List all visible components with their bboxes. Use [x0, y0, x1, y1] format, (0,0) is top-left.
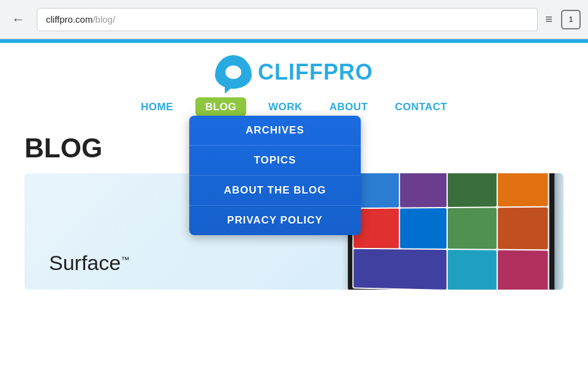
tile-3 [448, 173, 496, 207]
tile-7 [448, 208, 496, 249]
logo-text[interactable]: CLIFFPRO [258, 59, 373, 85]
url-path: /blog/ [92, 14, 115, 24]
tile-8 [497, 208, 548, 249]
dropdown-item-privacy-policy[interactable]: PRIVACY POLICY [189, 206, 361, 235]
surface-brand-text: Surface™ [49, 251, 129, 275]
site-content: CLIFFPRO HOME BLOG ARCHIVES TOPICS ABOUT… [0, 43, 588, 290]
nav-bar: HOME BLOG ARCHIVES TOPICS ABOUT THE BLOG… [0, 99, 588, 116]
url-domain: cliffpro.com [46, 14, 92, 24]
dropdown-item-about-blog[interactable]: ABOUT THE BLOG [189, 176, 361, 206]
nav-item-blog-wrapper: BLOG ARCHIVES TOPICS ABOUT THE BLOG PRIV… [195, 101, 246, 113]
dropdown-item-archives[interactable]: ARCHIVES [189, 116, 361, 146]
dropdown-item-topics[interactable]: TOPICS [189, 146, 361, 176]
hamburger-menu-icon[interactable]: ≡ [545, 12, 552, 26]
tile-2 [400, 173, 447, 208]
tile-11 [497, 250, 548, 290]
browser-chrome: ← cliffpro.com /blog/ ≡ 1 [0, 0, 588, 39]
nav-item-contact[interactable]: CONTACT [390, 99, 452, 116]
logo-area: CLIFFPRO [0, 55, 588, 89]
nav-item-work[interactable]: WORK [263, 99, 307, 116]
tab-switcher-button[interactable]: 1 [561, 10, 581, 29]
address-bar[interactable]: cliffpro.com /blog/ [37, 8, 538, 31]
logo-bubble-icon [215, 55, 252, 89]
nav-item-about[interactable]: ABOUT [325, 99, 373, 116]
logo-bubble-inner [225, 66, 241, 79]
tablet-screen [352, 173, 549, 290]
blog-dropdown-menu: ARCHIVES TOPICS ABOUT THE BLOG PRIVACY P… [189, 116, 361, 235]
back-button[interactable]: ← [7, 9, 29, 31]
tile-4 [497, 173, 548, 207]
tablet-image [343, 173, 551, 290]
tile-9 [353, 249, 447, 290]
tablet-device [348, 173, 554, 290]
tile-6 [400, 208, 447, 248]
tab-count: 1 [569, 15, 573, 24]
nav-item-blog[interactable]: BLOG [195, 97, 246, 116]
browser-icons: ≡ 1 [545, 10, 581, 29]
tile-10 [448, 250, 496, 290]
nav-item-home[interactable]: HOME [136, 99, 178, 116]
